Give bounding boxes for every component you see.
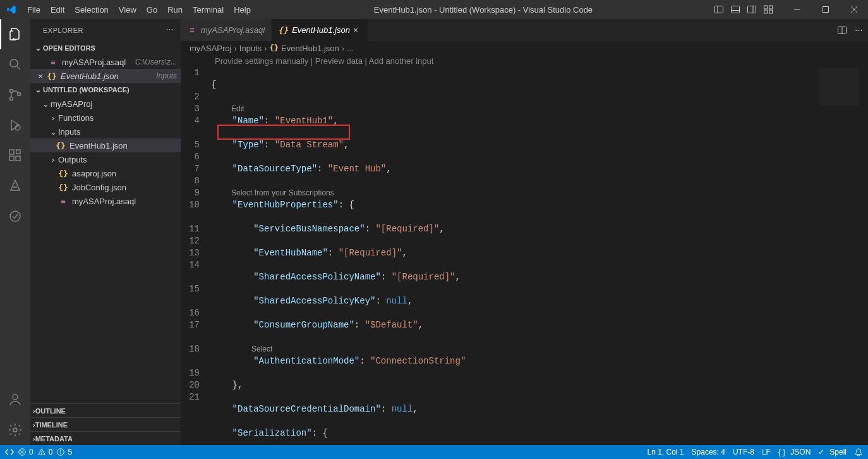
explorer-title: EXPLORER: [43, 27, 166, 34]
sql-file-icon: ≡: [58, 196, 68, 206]
search-icon[interactable]: [0, 49, 30, 80]
errors-count[interactable]: 0: [18, 448, 33, 456]
azure-icon[interactable]: [0, 171, 30, 201]
tree-file-asaql[interactable]: ≡ myASAProj.asaql: [30, 194, 181, 208]
svg-point-25: [13, 395, 18, 400]
svg-rect-7: [769, 6, 773, 9]
extensions-icon[interactable]: [0, 140, 30, 171]
editor-tabs: ≡ myASAProj.asaql {} EventHub1.json × ⋯: [181, 19, 868, 41]
outline-section-header[interactable]: › OUTLINE: [30, 403, 181, 417]
close-tab-icon[interactable]: ×: [350, 25, 361, 35]
tree-file-asaproj[interactable]: {} asaproj.json: [30, 166, 181, 180]
maximize-button[interactable]: [811, 0, 840, 19]
settings-gear-icon[interactable]: [0, 415, 30, 445]
info-count[interactable]: 5: [56, 448, 72, 456]
json-file-icon: {}: [47, 71, 57, 81]
chevron-down-icon: ⌄: [48, 125, 58, 138]
tree-folder-functions[interactable]: › Functions: [30, 111, 181, 125]
run-debug-icon[interactable]: [0, 110, 30, 140]
notifications-icon[interactable]: [854, 448, 863, 456]
codelens-edit[interactable]: Edit: [211, 104, 244, 113]
codelens-select-subscriptions[interactable]: Select from your Subscriptions: [211, 188, 334, 197]
svg-rect-4: [748, 6, 756, 13]
sql-file-icon: ≡: [187, 25, 197, 35]
explorer-more-icon[interactable]: ⋯: [166, 26, 174, 34]
toggle-primary-sidebar-icon[interactable]: [712, 3, 726, 16]
code-lens-top[interactable]: Provide settings manually | Preview data…: [181, 55, 868, 67]
close-editor-icon[interactable]: ×: [34, 71, 47, 81]
svg-point-14: [10, 59, 18, 67]
split-editor-icon[interactable]: [837, 25, 847, 35]
vscode-logo-icon: [0, 4, 22, 15]
remote-indicator[interactable]: [5, 448, 14, 456]
menu-terminal[interactable]: Terminal: [188, 0, 229, 19]
menu-file[interactable]: File: [22, 0, 45, 19]
close-button[interactable]: [840, 0, 868, 19]
menu-selection[interactable]: Selection: [69, 0, 113, 19]
indentation[interactable]: Spaces: 4: [692, 448, 725, 456]
explorer-icon[interactable]: [0, 19, 30, 49]
json-file-icon: {}: [270, 44, 279, 52]
workspace-header[interactable]: ⌄ UNTITLED (WORKSPACE): [30, 83, 181, 97]
sql-file-icon: ≡: [48, 57, 58, 67]
tree-folder-inputs[interactable]: ⌄ Inputs: [30, 125, 181, 138]
minimize-button[interactable]: [783, 0, 811, 19]
menu-help[interactable]: Help: [229, 0, 256, 19]
tree-file-eventhub[interactable]: {} EventHub1.json: [30, 138, 181, 152]
svg-rect-21: [9, 156, 14, 161]
tree-file-jobconfig[interactable]: {} JobConfig.json: [30, 180, 181, 194]
more-actions-icon[interactable]: ⋯: [855, 25, 863, 35]
editor-area: ≡ myASAProj.asaql {} EventHub1.json × ⋯ …: [181, 19, 868, 445]
menu-view[interactable]: View: [114, 0, 142, 19]
menu-go[interactable]: Go: [142, 0, 162, 19]
svg-line-15: [17, 66, 20, 70]
menu-edit[interactable]: Edit: [45, 0, 69, 19]
svg-rect-23: [16, 150, 20, 154]
spell-check[interactable]: ✓Spell: [818, 448, 847, 456]
svg-rect-0: [715, 6, 723, 13]
testing-icon[interactable]: [0, 201, 30, 231]
menu-run[interactable]: Run: [162, 0, 188, 19]
chevron-down-icon: ⌄: [33, 44, 43, 52]
explorer-sidebar: EXPLORER ⋯ ⌄ OPEN EDITORS ≡ myASAProj.as…: [30, 19, 181, 445]
status-bar: 0 0 5 Ln 1, Col 1 Spaces: 4 UTF-8 LF { }…: [0, 445, 868, 459]
editor-body[interactable]: 1 2 3 4 5 6 7 8 9 10 11 12 13 14 15: [181, 67, 868, 445]
codelens-select[interactable]: Select: [211, 345, 272, 353]
tab-asaql[interactable]: ≡ myASAProj.asaql: [181, 19, 272, 41]
menu-bar: File Edit Selection View Go Run Terminal…: [22, 0, 256, 19]
warnings-count[interactable]: 0: [37, 448, 53, 456]
chevron-down-icon: ⌄: [33, 86, 43, 94]
eol[interactable]: LF: [762, 448, 771, 456]
svg-rect-9: [769, 10, 773, 13]
toggle-secondary-sidebar-icon[interactable]: [745, 3, 759, 16]
svg-point-24: [10, 211, 20, 221]
customize-layout-icon[interactable]: [761, 3, 775, 16]
breadcrumbs[interactable]: myASAProj › Inputs › {} EventHub1.json ›…: [181, 41, 868, 55]
toggle-panel-icon[interactable]: [728, 3, 742, 16]
title-bar: File Edit Selection View Go Run Terminal…: [0, 0, 868, 19]
tree-folder-outputs[interactable]: › Outputs: [30, 152, 181, 166]
open-editor-item[interactable]: ≡ myASAProj.asaql C:\Users\z...: [30, 55, 181, 69]
source-control-icon[interactable]: [0, 80, 30, 110]
svg-rect-20: [9, 150, 14, 154]
open-editors-header[interactable]: ⌄ OPEN EDITORS: [30, 41, 181, 55]
open-editor-item[interactable]: × {} EventHub1.json Inputs: [30, 69, 181, 83]
chevron-right-icon: ›: [48, 152, 58, 166]
cursor-position[interactable]: Ln 1, Col 1: [648, 448, 684, 456]
accounts-icon[interactable]: [0, 384, 30, 415]
window-controls: [783, 0, 868, 19]
json-file-icon: {}: [278, 25, 288, 35]
timeline-section-header[interactable]: › TIMELINE: [30, 417, 181, 431]
minimap[interactable]: [819, 68, 859, 106]
tree-folder-project[interactable]: ⌄ myASAProj: [30, 97, 181, 111]
language-mode[interactable]: { }JSON: [778, 448, 811, 456]
code-content[interactable]: { Edit "Name": "EventHub1", "Type": "Dat…: [211, 67, 868, 445]
tab-eventhub-json[interactable]: {} EventHub1.json ×: [272, 19, 368, 41]
explorer-header: EXPLORER ⋯: [30, 19, 181, 41]
encoding[interactable]: UTF-8: [733, 448, 754, 456]
metadata-section-header[interactable]: › METADATA: [30, 431, 181, 445]
json-file-icon: {}: [58, 182, 68, 192]
layout-controls: [711, 3, 776, 16]
svg-point-36: [61, 450, 61, 451]
svg-rect-22: [16, 156, 20, 161]
